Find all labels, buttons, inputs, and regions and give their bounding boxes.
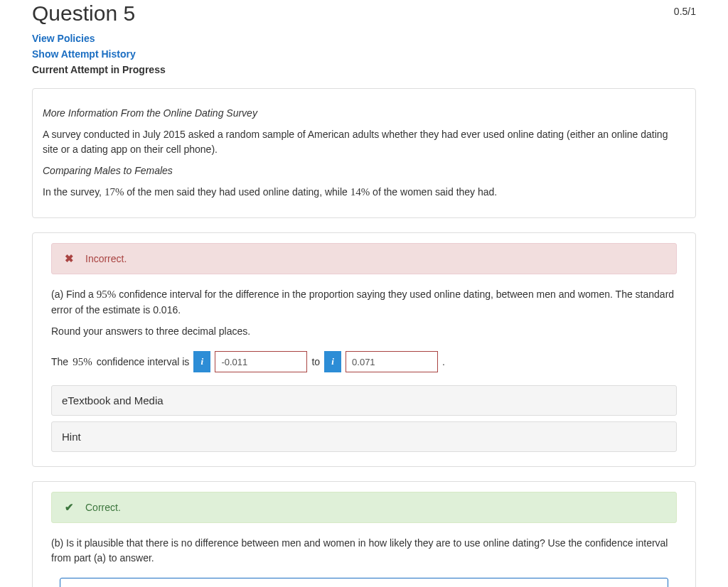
x-icon: ✖ [65, 252, 74, 265]
answer-prefix: The [51, 356, 68, 367]
current-attempt-label: Current Attempt in Progress [32, 64, 696, 75]
answer-ci-level: 95% [73, 356, 92, 368]
hint-expander[interactable]: Hint [51, 421, 677, 452]
context-panel: More Information From the Online Dating … [32, 88, 696, 218]
question-title: Question 5 [32, 1, 135, 26]
answer-mid: confidence interval is [97, 356, 190, 367]
feedback-incorrect-bar: ✖ Incorrect. [51, 243, 677, 274]
feedback-correct-label: Correct. [85, 502, 121, 513]
part-a-prompt: (a) Find a 95% confidence interval for t… [51, 287, 677, 317]
check-icon: ✔ [65, 501, 74, 514]
ci-upper-input[interactable] [346, 351, 438, 372]
info-icon[interactable]: i [324, 351, 341, 372]
period: . [442, 356, 445, 367]
context-heading-2: Comparing Males to Females [43, 163, 685, 178]
radio-option-yes[interactable]: Yes [60, 578, 668, 587]
context-paragraph-2: In the survey, 17% of the men said they … [43, 185, 685, 200]
part-b-prompt: (b) Is it plausible that there is no dif… [51, 536, 677, 565]
part-a-answer-row: The 95% confidence interval is i to i . [51, 351, 677, 372]
context-paragraph-1: A survey conducted in July 2015 asked a … [43, 127, 685, 156]
part-b-panel: ✔ Correct. (b) Is it plausible that ther… [32, 481, 696, 587]
feedback-incorrect-label: Incorrect. [85, 253, 127, 264]
ci-lower-input[interactable] [215, 351, 307, 372]
score-display: 0.5/1 [674, 6, 696, 17]
etextbook-expander[interactable]: eTextbook and Media [51, 385, 677, 416]
show-attempt-history-link[interactable]: Show Attempt History [32, 48, 696, 60]
part-a-panel: ✖ Incorrect. (a) Find a 95% confidence i… [32, 232, 696, 467]
context-heading-1: More Information From the Online Dating … [43, 106, 685, 120]
to-word: to [311, 356, 320, 367]
feedback-correct-bar: ✔ Correct. [51, 492, 677, 523]
view-policies-link[interactable]: View Policies [32, 33, 696, 44]
info-icon[interactable]: i [193, 351, 210, 372]
part-a-round-note: Round your answers to three decimal plac… [51, 324, 677, 338]
